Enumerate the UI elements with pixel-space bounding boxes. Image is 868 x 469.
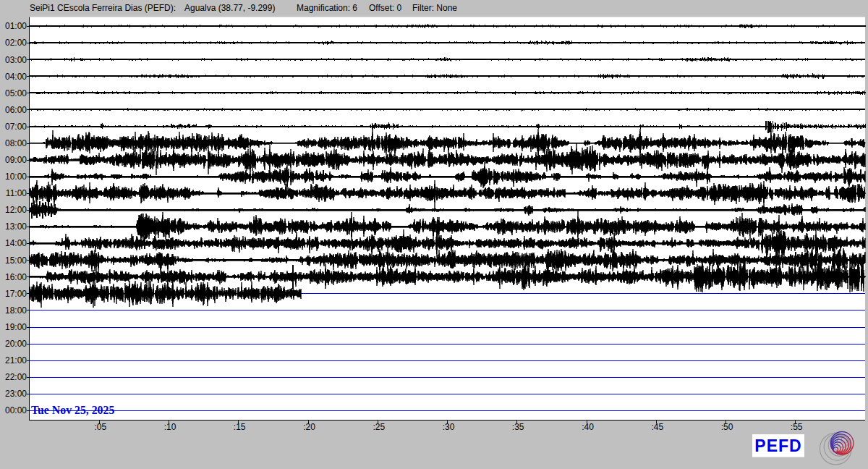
svg-text::55: :55 <box>791 422 803 432</box>
svg-text:12:00: 12:00 <box>5 205 27 215</box>
svg-text:04:00: 04:00 <box>5 72 27 82</box>
svg-text:10:00: 10:00 <box>5 172 27 182</box>
svg-text:Magnification: 6: Magnification: 6 <box>297 3 357 13</box>
svg-text:SeiPi1 CEscola Ferreira Dias (: SeiPi1 CEscola Ferreira Dias (PEFD): <box>30 3 176 13</box>
svg-text:08:00: 08:00 <box>5 138 27 148</box>
svg-text:Filter: None: Filter: None <box>412 3 457 13</box>
svg-text:03:00: 03:00 <box>5 55 27 65</box>
svg-text::15: :15 <box>234 422 246 432</box>
svg-text:06:00: 06:00 <box>5 105 27 115</box>
svg-text:02:00: 02:00 <box>5 38 27 48</box>
svg-text:14:00: 14:00 <box>5 238 27 248</box>
svg-text:20:00: 20:00 <box>5 339 27 349</box>
svg-text::25: :25 <box>373 422 385 432</box>
svg-text::20: :20 <box>303 422 315 432</box>
svg-text::50: :50 <box>721 422 733 432</box>
svg-text:19:00: 19:00 <box>5 322 27 332</box>
svg-text:23:00: 23:00 <box>5 389 27 399</box>
svg-text:09:00: 09:00 <box>5 155 27 165</box>
svg-text:16:00: 16:00 <box>5 272 27 282</box>
svg-text:PEFD: PEFD <box>754 436 801 455</box>
svg-text::10: :10 <box>164 422 176 432</box>
svg-text:17:00: 17:00 <box>5 289 27 299</box>
svg-text::35: :35 <box>512 422 524 432</box>
svg-text::30: :30 <box>443 422 455 432</box>
svg-text:21:00: 21:00 <box>5 355 27 366</box>
svg-text:05:00: 05:00 <box>5 88 27 98</box>
svg-text:Tue Nov 25, 2025: Tue Nov 25, 2025 <box>31 404 114 416</box>
svg-text:Agualva (38.77, -9.299): Agualva (38.77, -9.299) <box>184 3 275 13</box>
svg-text:07:00: 07:00 <box>5 122 27 132</box>
svg-text:00:00: 00:00 <box>5 405 27 415</box>
svg-text:22:00: 22:00 <box>5 372 27 382</box>
svg-text::45: :45 <box>651 422 663 432</box>
svg-text:13:00: 13:00 <box>5 221 27 232</box>
svg-text::40: :40 <box>582 422 594 432</box>
svg-text:18:00: 18:00 <box>5 305 27 316</box>
svg-text::05: :05 <box>94 422 106 432</box>
svg-text:11:00: 11:00 <box>6 188 27 198</box>
svg-text:01:00: 01:00 <box>5 21 27 31</box>
svg-text:Offset: 0: Offset: 0 <box>369 3 401 13</box>
svg-text:15:00: 15:00 <box>5 255 27 266</box>
